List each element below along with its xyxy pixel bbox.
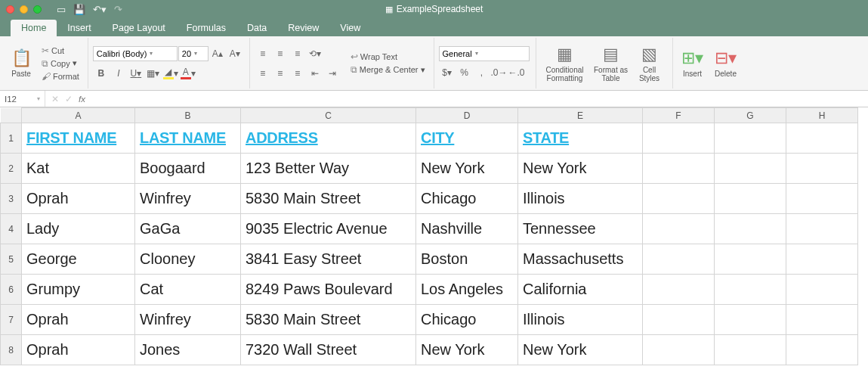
orientation-button[interactable]: ⟲▾ — [307, 45, 323, 62]
tab-insert[interactable]: Insert — [57, 20, 101, 36]
cell-F1[interactable] — [643, 123, 715, 154]
align-center-button[interactable]: ≡ — [272, 65, 289, 82]
comma-button[interactable]: , — [474, 64, 490, 81]
cell-B1[interactable]: LAST NAME — [135, 123, 241, 154]
tab-review[interactable]: Review — [277, 20, 329, 36]
underline-button[interactable]: U▾ — [128, 65, 144, 82]
cell-A4[interactable]: Lady — [22, 214, 135, 244]
paste-button[interactable]: 📋 Paste — [6, 39, 36, 88]
column-header-E[interactable]: E — [518, 108, 643, 123]
decrease-indent-button[interactable]: ⇤ — [307, 65, 323, 82]
cell-H6[interactable] — [786, 275, 858, 305]
cell-E1[interactable]: STATE — [518, 123, 643, 154]
increase-decimal-button[interactable]: .0→ — [491, 64, 508, 81]
cell-A7[interactable]: Oprah — [22, 305, 135, 335]
column-header-A[interactable]: A — [22, 108, 135, 123]
decrease-font-button[interactable]: A▾ — [227, 45, 243, 62]
cell-G5[interactable] — [715, 244, 786, 275]
format-as-table-button[interactable]: ▤ Format as Table — [592, 39, 630, 88]
cell-G2[interactable] — [715, 154, 786, 184]
column-header-G[interactable]: G — [715, 108, 786, 123]
conditional-formatting-button[interactable]: ▦ Conditional Formatting — [541, 39, 589, 88]
column-header-B[interactable]: B — [135, 108, 241, 123]
close-window-button[interactable] — [6, 5, 14, 14]
cell-G4[interactable] — [715, 214, 786, 244]
minimize-window-button[interactable] — [20, 5, 28, 14]
cell-B2[interactable]: Boogaard — [135, 154, 241, 184]
percent-button[interactable]: % — [456, 64, 473, 81]
cell-A6[interactable]: Grumpy — [22, 275, 135, 305]
cell-A8[interactable]: Oprah — [22, 335, 135, 365]
wrap-text-button[interactable]: ↩Wrap Text — [348, 51, 428, 63]
cell-F8[interactable] — [643, 335, 715, 365]
cell-E8[interactable]: New York — [518, 335, 643, 365]
row-header-8[interactable]: 8 — [1, 335, 22, 365]
merge-center-button[interactable]: ⧉Merge & Center▾ — [348, 64, 428, 76]
cell-H2[interactable] — [786, 154, 858, 184]
cell-C5[interactable]: 3841 Easy Street — [241, 244, 416, 275]
row-header-7[interactable]: 7 — [1, 305, 22, 335]
cell-B7[interactable]: Winfrey — [135, 305, 241, 335]
cell-D3[interactable]: Chicago — [416, 184, 518, 214]
insert-cells-button[interactable]: ⊞▾ Insert — [678, 39, 708, 88]
qat-workbook-icon[interactable]: ▭ — [57, 4, 66, 15]
column-header-H[interactable]: H — [786, 108, 858, 123]
cell-F3[interactable] — [643, 184, 715, 214]
font-color-button[interactable]: A▾ — [180, 65, 196, 82]
cell-H1[interactable] — [786, 123, 858, 154]
cell-F2[interactable] — [643, 154, 715, 184]
cell-H8[interactable] — [786, 335, 858, 365]
fx-label[interactable]: fx — [79, 95, 85, 104]
tab-data[interactable]: Data — [236, 20, 277, 36]
row-header-6[interactable]: 6 — [1, 275, 22, 305]
cell-A1[interactable]: FIRST NAME — [22, 123, 135, 154]
italic-button[interactable]: I — [110, 65, 127, 82]
delete-cells-button[interactable]: ⊟▾ Delete — [711, 39, 741, 88]
cell-G7[interactable] — [715, 305, 786, 335]
bold-button[interactable]: B — [93, 65, 110, 82]
increase-font-button[interactable]: A▴ — [209, 45, 226, 62]
number-format-select[interactable]: General▾ — [439, 46, 530, 61]
cell-G1[interactable] — [715, 123, 786, 154]
copy-button[interactable]: ⧉Copy▾ — [39, 57, 82, 70]
name-box[interactable]: I12 ▾ — [0, 91, 45, 107]
redo-icon[interactable]: ↷ — [114, 4, 122, 15]
cell-G6[interactable] — [715, 275, 786, 305]
cell-D5[interactable]: Boston — [416, 244, 518, 275]
font-name-select[interactable]: Calibri (Body)▾ — [93, 46, 178, 61]
cell-H4[interactable] — [786, 214, 858, 244]
cell-B3[interactable]: Winfrey — [135, 184, 241, 214]
cell-C4[interactable]: 9035 Electric Avenue — [241, 214, 416, 244]
cell-C3[interactable]: 5830 Main Street — [241, 184, 416, 214]
currency-button[interactable]: $▾ — [439, 64, 456, 81]
tab-formulas[interactable]: Formulas — [176, 20, 236, 36]
cell-D7[interactable]: Chicago — [416, 305, 518, 335]
save-icon[interactable]: 💾 — [73, 4, 85, 15]
align-middle-button[interactable]: ≡ — [272, 45, 289, 62]
cell-F5[interactable] — [643, 244, 715, 275]
tab-view[interactable]: View — [329, 20, 371, 36]
select-all-corner[interactable] — [1, 108, 22, 123]
column-header-F[interactable]: F — [643, 108, 715, 123]
cell-D8[interactable]: New York — [416, 335, 518, 365]
cell-F6[interactable] — [643, 275, 715, 305]
cell-C1[interactable]: ADDRESS — [241, 123, 416, 154]
cell-E6[interactable]: California — [518, 275, 643, 305]
cell-E3[interactable]: Illinois — [518, 184, 643, 214]
align-top-button[interactable]: ≡ — [255, 45, 271, 62]
align-right-button[interactable]: ≡ — [289, 65, 306, 82]
cell-D1[interactable]: CITY — [416, 123, 518, 154]
font-size-select[interactable]: 20▾ — [178, 46, 209, 61]
cell-E2[interactable]: New York — [518, 154, 643, 184]
cell-A5[interactable]: George — [22, 244, 135, 275]
cell-B4[interactable]: GaGa — [135, 214, 241, 244]
spreadsheet-grid[interactable]: ABCDEFGH1FIRST NAMELAST NAMEADDRESSCITYS… — [0, 107, 868, 385]
cell-styles-button[interactable]: ▧ Cell Styles — [633, 39, 666, 88]
cell-E7[interactable]: Illinois — [518, 305, 643, 335]
cell-H5[interactable] — [786, 244, 858, 275]
format-painter-button[interactable]: 🖌Format — [39, 70, 82, 82]
cell-C7[interactable]: 5830 Main Street — [241, 305, 416, 335]
cell-F7[interactable] — [643, 305, 715, 335]
cell-B5[interactable]: Clooney — [135, 244, 241, 275]
column-header-C[interactable]: C — [241, 108, 416, 123]
